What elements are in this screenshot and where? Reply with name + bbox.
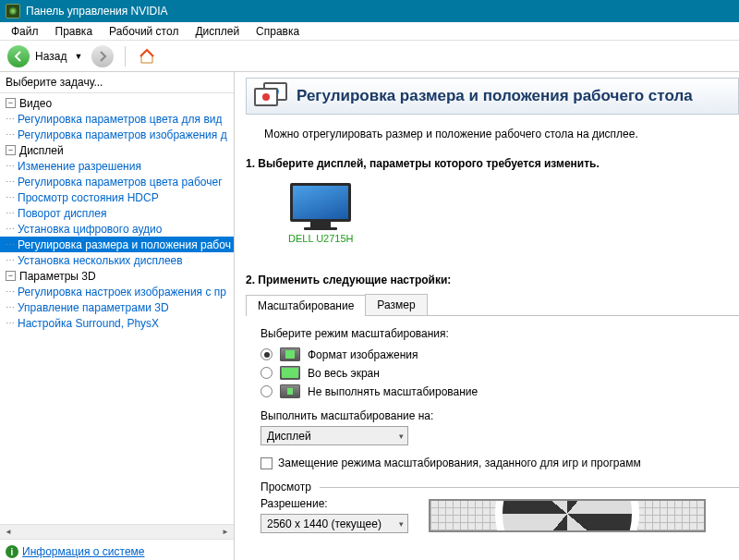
home-icon (139, 48, 155, 65)
back-dropdown[interactable]: ▼ (74, 52, 82, 61)
resolution-select[interactable]: 2560 x 1440 (текущее) ▾ (260, 514, 408, 533)
window-title: Панель управления NVIDIA (26, 5, 168, 18)
menu-file[interactable]: Файл (4, 23, 46, 40)
aspect-icon (280, 347, 300, 361)
tree-item[interactable]: ⋯Настройка Surround, PhysX (0, 315, 234, 331)
tree-item[interactable]: ⋯Изменение разрешения (0, 158, 234, 174)
preview-graphic (429, 499, 706, 532)
tree-cat-video[interactable]: −Видео (0, 95, 234, 111)
forward-arrow-icon (97, 51, 108, 62)
tabs: Масштабирование Размер (246, 294, 739, 316)
perform-on-label: Выполнить масштабирование на: (260, 409, 739, 422)
menu-help[interactable]: Справка (248, 23, 307, 40)
override-checkbox-row[interactable]: Замещение режима масштабирования, заданн… (260, 457, 739, 469)
radio-no-scaling[interactable]: Не выполнять масштабирование (260, 384, 739, 398)
displays-icon (254, 82, 287, 110)
display-item[interactable]: DELL U2715H (283, 177, 359, 250)
back-button[interactable] (7, 45, 30, 67)
toolbar: Назад ▼ (0, 41, 739, 72)
page-intro: Можно отрегулировать размер и положение … (246, 115, 739, 150)
forward-button[interactable] (91, 45, 114, 67)
task-tree: −Видео ⋯Регулировка параметров цвета для… (0, 93, 234, 524)
tree-item[interactable]: ⋯Регулировка параметров цвета рабочег (0, 174, 234, 189)
fullscreen-icon (280, 366, 300, 380)
tree-item[interactable]: ⋯Установка нескольких дисплеев (0, 252, 234, 268)
horizontal-scrollbar[interactable]: ◄ ► (0, 524, 234, 539)
home-button[interactable] (137, 46, 157, 67)
nvidia-icon (6, 4, 20, 18)
no-scaling-icon (280, 384, 300, 398)
radio-icon[interactable] (260, 348, 273, 360)
scroll-right-icon[interactable]: ► (219, 526, 232, 539)
chevron-down-icon: ▾ (399, 432, 404, 441)
info-icon: i (6, 545, 18, 558)
section-select-display: 1. Выберите дисплей, параметры которого … (246, 150, 739, 250)
sidebar-footer: i Информация о системе (0, 539, 234, 560)
toolbar-divider (125, 46, 126, 67)
step1-title: 1. Выберите дисплей, параметры которого … (246, 157, 739, 170)
back-arrow-icon (13, 51, 24, 62)
tree-item[interactable]: ⋯Регулировка параметров изображения д (0, 127, 234, 142)
system-info-link[interactable]: Информация о системе (22, 545, 144, 558)
tree-item[interactable]: ⋯Поворот дисплея (0, 205, 234, 221)
page-title: Регулировка размера и положения рабочего… (297, 87, 693, 105)
menubar: Файл Правка Рабочий стол Дисплей Справка (0, 22, 739, 41)
tree-item[interactable]: ⋯Просмотр состояния HDCP (0, 189, 234, 205)
perform-on-select[interactable]: Дисплей ▾ (260, 426, 408, 445)
content-pane: Регулировка размера и положения рабочего… (235, 72, 739, 560)
monitor-icon (290, 183, 351, 229)
titlebar: Панель управления NVIDIA (0, 0, 739, 22)
menu-display[interactable]: Дисплей (188, 23, 247, 40)
collapse-icon[interactable]: − (6, 271, 16, 281)
step2-title: 2. Применить следующие настройки: (246, 274, 739, 286)
tree-item[interactable]: ⋯Управление параметрами 3D (0, 299, 234, 315)
section-apply-settings: 2. Применить следующие настройки: Масшта… (246, 266, 739, 533)
sidebar: Выберите задачу... −Видео ⋯Регулировка п… (0, 72, 235, 560)
radio-aspect[interactable]: Формат изображения (260, 347, 739, 361)
resolution-label: Разрешение: (260, 497, 408, 510)
radio-fullscreen[interactable]: Во весь экран (260, 366, 739, 380)
page-header: Регулировка размера и положения рабочего… (246, 78, 739, 115)
tree-cat-display[interactable]: −Дисплей (0, 142, 234, 158)
tree-item[interactable]: ⋯Регулировка параметров цвета для вид (0, 111, 234, 127)
checkbox-icon[interactable] (260, 457, 273, 469)
menu-desktop[interactable]: Рабочий стол (102, 23, 186, 40)
tree-cat-3d[interactable]: −Параметры 3D (0, 268, 234, 284)
tree-item[interactable]: ⋯Установка цифрового аудио (0, 221, 234, 237)
scaling-mode-label: Выберите режим масштабирования: (260, 327, 739, 340)
chevron-down-icon: ▾ (399, 519, 404, 529)
tab-scaling[interactable]: Масштабирование (246, 295, 366, 316)
tab-content-scaling: Выберите режим масштабирования: Формат и… (246, 316, 739, 533)
menu-edit[interactable]: Правка (48, 23, 101, 40)
sidebar-header: Выберите задачу... (0, 72, 234, 93)
divider (320, 487, 739, 488)
radio-icon[interactable] (260, 367, 273, 379)
radio-icon[interactable] (260, 385, 273, 397)
tree-item[interactable]: ⋯Регулировка настроек изображения с пр (0, 284, 234, 299)
back-label[interactable]: Назад (35, 50, 67, 63)
collapse-icon[interactable]: − (6, 145, 16, 155)
tree-item-selected[interactable]: ⋯Регулировка размера и положения рабоч (0, 237, 234, 252)
display-name: DELL U2715H (288, 233, 354, 244)
scroll-left-icon[interactable]: ◄ (2, 526, 15, 539)
tab-size[interactable]: Размер (365, 294, 427, 315)
collapse-icon[interactable]: − (6, 98, 16, 108)
preview-label: Просмотр (260, 481, 311, 493)
